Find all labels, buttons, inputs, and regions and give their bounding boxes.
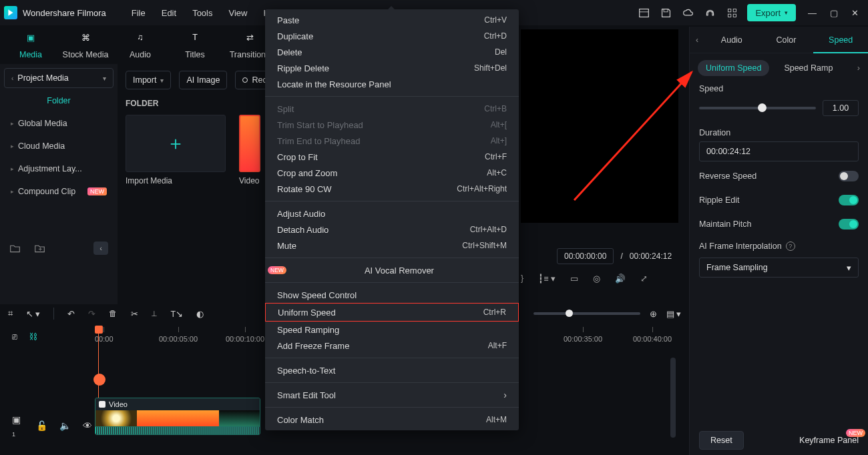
guides-icon[interactable]: ┇≡ ▾ — [538, 274, 556, 284]
cm-speech-to-text[interactable]: Speech-to-Text — [265, 362, 519, 378]
project-media-select[interactable]: ‹ Project Media ▾ — [4, 68, 114, 88]
cm-ai-vocal-remover[interactable]: NEWAI Vocal Remover — [265, 262, 519, 278]
zoom-slider[interactable] — [533, 312, 640, 315]
tree-compound-clip[interactable]: ▸ Compound Clip NEW — [4, 180, 114, 203]
video-thumbnail — [239, 115, 260, 172]
split-icon[interactable]: ✂ — [131, 309, 138, 319]
track-lock-icon[interactable]: 🔓 — [36, 420, 47, 431]
cm-ripple-delete[interactable]: Ripple DeleteShift+Del — [265, 60, 519, 76]
save-icon[interactable] — [660, 7, 672, 19]
cm-uniform-speed[interactable]: Uniform SpeedCtrl+R — [265, 303, 519, 322]
cm-add-freeze-frame[interactable]: Add Freeze FrameAlt+F — [265, 338, 519, 354]
cm-delete[interactable]: DeleteDel — [265, 44, 519, 60]
new-bin-icon[interactable] — [34, 244, 45, 254]
ai-image-button[interactable]: AI Image — [179, 71, 227, 89]
track-visible-icon[interactable]: 👁 — [83, 420, 92, 431]
undo-icon[interactable]: ↶ — [67, 309, 75, 319]
cm-speed-ramping[interactable]: Speed Ramping — [265, 322, 519, 338]
tile-import-media[interactable]: ＋ Import Media — [126, 115, 226, 185]
keyframe-panel-button[interactable]: Keyframe Panel NEW — [799, 436, 859, 445]
ripple-edit-toggle[interactable] — [839, 195, 859, 205]
reset-button[interactable]: Reset — [699, 431, 744, 450]
speed-value[interactable]: 1.00 — [823, 100, 859, 116]
inspector-tab-audio[interactable]: Audio — [704, 35, 759, 45]
subtabs-scroll-right[interactable]: › — [857, 63, 860, 73]
tabs-scroll-left[interactable]: ‹ — [690, 35, 704, 45]
tab-media-label: Media — [19, 50, 42, 59]
delete-icon[interactable]: 🗑 — [109, 309, 118, 318]
duration-field[interactable]: 00:00:24:12 — [699, 141, 859, 161]
cm-crop-zoom[interactable]: Crop and ZoomAlt+C — [265, 165, 519, 181]
redo-icon[interactable]: ↷ — [88, 309, 95, 319]
arrange-icon[interactable]: ⎚ — [12, 332, 17, 342]
caret-icon: ▸ — [11, 188, 14, 195]
cursor-tool-icon[interactable]: ↖ ▾ — [26, 309, 40, 319]
apps-icon[interactable] — [726, 7, 738, 19]
cm-mute[interactable]: MuteCtrl+Shift+M — [265, 238, 519, 254]
auto-ripple-icon[interactable]: ⌗ — [8, 309, 13, 319]
panel-collapse-button[interactable]: ‹ — [93, 242, 108, 255]
speed-slider[interactable] — [699, 107, 816, 109]
svg-rect-4 — [734, 9, 736, 11]
reverse-speed-toggle[interactable] — [839, 171, 859, 181]
speed-icon[interactable]: ◐ — [196, 309, 204, 319]
subtab-speed-ramp[interactable]: Speed Ramp — [776, 60, 841, 76]
timeline-view-icon[interactable]: ▤ ▾ — [666, 309, 681, 319]
support-icon[interactable] — [704, 7, 716, 19]
maximize-button[interactable]: ▢ — [830, 8, 838, 18]
tree-cloud-media[interactable]: ▸ Cloud Media — [4, 135, 114, 157]
cm-rotate[interactable]: Rotate 90 CWCtrl+Alt+Right — [265, 181, 519, 197]
track-mute-icon[interactable]: 🔈 — [59, 420, 71, 431]
maintain-pitch-toggle[interactable] — [839, 219, 859, 230]
snapshot-icon[interactable]: ◎ — [593, 274, 600, 284]
track-type-icon[interactable]: ▣ 1 — [12, 414, 24, 438]
layout-icon[interactable] — [638, 7, 650, 19]
tree-global-media[interactable]: ▸ Global Media — [4, 112, 114, 135]
inspector-tab-speed[interactable]: Speed — [813, 27, 868, 53]
crop-icon[interactable]: ⟂ — [152, 309, 157, 318]
tab-titles[interactable]: T Titles — [171, 33, 219, 59]
context-menu: PasteCtrl+V DuplicateCtrl+D DeleteDel Ri… — [265, 9, 519, 430]
timeline-clip[interactable]: Video — [95, 398, 260, 435]
cloud-icon[interactable] — [682, 7, 694, 19]
menu-tools[interactable]: Tools — [184, 8, 220, 18]
menu-view[interactable]: View — [220, 8, 255, 18]
cm-adjust-audio[interactable]: Adjust Audio — [265, 205, 519, 221]
new-folder-icon[interactable] — [9, 244, 21, 254]
menu-file[interactable]: File — [124, 8, 154, 18]
minimize-button[interactable]: — — [808, 8, 817, 18]
import-button[interactable]: Import ▾ — [126, 71, 171, 89]
ruler-tick: 00:00:10:00 — [226, 335, 264, 343]
zoom-in-icon[interactable]: ⊕ — [650, 309, 657, 319]
cm-show-speed-control[interactable]: Show Speed Control — [265, 287, 519, 303]
export-button[interactable]: Export ▾ — [747, 4, 796, 21]
subtab-uniform-speed[interactable]: Uniform Speed — [698, 60, 769, 76]
close-button[interactable]: ✕ — [851, 8, 859, 18]
cm-smart-edit-tool[interactable]: Smart Edit Tool — [265, 387, 519, 403]
help-icon[interactable]: ? — [786, 242, 795, 251]
frame-interp-select[interactable]: Frame Sampling ▾ — [699, 258, 859, 278]
tab-audio[interactable]: ♫ Audio — [116, 33, 164, 59]
cm-color-match[interactable]: Color MatchAlt+M — [265, 412, 519, 428]
timeline-left-controls: ⎚ ⛓ — [12, 332, 38, 342]
cm-crop-fit[interactable]: Crop to FitCtrl+F — [265, 149, 519, 165]
cm-detach-audio[interactable]: Detach AudioCtrl+Alt+D — [265, 221, 519, 238]
menu-edit[interactable]: Edit — [154, 8, 184, 18]
ruler-tick: 00:00:40:00 — [633, 335, 672, 343]
link-icon[interactable]: ⛓ — [29, 332, 38, 342]
display-icon[interactable]: ▭ — [570, 274, 578, 284]
cm-paste[interactable]: PasteCtrl+V — [265, 12, 519, 28]
playhead-handle[interactable] — [95, 326, 103, 334]
timeline-scrollbar[interactable] — [670, 358, 676, 438]
tree-adjustment-layer[interactable]: ▸ Adjustment Lay... — [4, 157, 114, 180]
text-icon[interactable]: T↘ — [170, 309, 183, 319]
fullscreen-icon[interactable]: ⤢ — [640, 274, 648, 284]
marker-out-icon[interactable]: } — [521, 274, 523, 284]
cm-duplicate[interactable]: DuplicateCtrl+D — [265, 28, 519, 44]
cm-locate[interactable]: Locate in the Resource Panel — [265, 76, 519, 92]
tab-media[interactable]: ▣ Media — [7, 33, 55, 59]
volume-icon[interactable]: 🔊 — [615, 274, 626, 284]
tab-stock-media[interactable]: ⌘ Stock Media — [61, 33, 110, 59]
tile-video-clip[interactable]: Video — [239, 115, 260, 185]
inspector-tab-color[interactable]: Color — [759, 35, 814, 45]
